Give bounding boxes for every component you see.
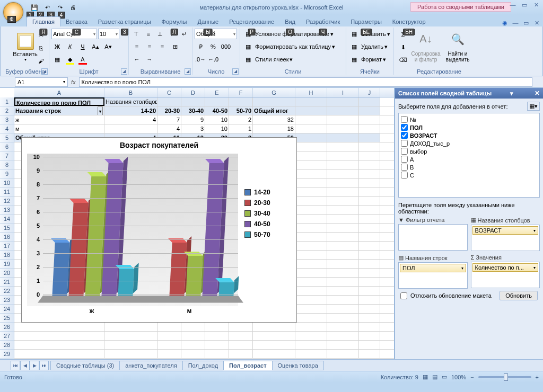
view-break-icon[interactable]: ▭ <box>442 373 447 380</box>
fx-icon[interactable]: fx <box>71 79 76 85</box>
insert-cells-icon[interactable]: ▦ <box>348 28 360 40</box>
embedded-chart[interactable]: Возраст покупателей 012345678910 жм 14-2… <box>21 137 297 323</box>
font-size-combo[interactable]: 10▾ <box>98 29 119 39</box>
sheet-tab-0[interactable]: Сводные таблицы (3) <box>50 361 120 370</box>
field-list[interactable]: №ПОЛВОЗРАСТДОХОД_тыс_рвыборABC <box>398 113 540 198</box>
cell[interactable] <box>327 133 359 142</box>
grow-font-icon[interactable]: A▴ <box>90 41 101 52</box>
row-header-2[interactable]: 2 <box>0 106 14 115</box>
col-header-J[interactable]: J <box>359 88 380 97</box>
cell[interactable] <box>359 197 380 205</box>
cell[interactable] <box>359 332 380 340</box>
cell[interactable] <box>327 197 359 205</box>
cell[interactable] <box>104 332 157 340</box>
cell[interactable] <box>327 97 359 106</box>
cell[interactable] <box>295 152 327 160</box>
row-header-14[interactable]: 14 <box>0 215 14 224</box>
percent-icon[interactable]: % <box>207 41 219 52</box>
cell[interactable] <box>14 350 104 358</box>
align-bottom-icon[interactable]: ⊥ <box>155 28 166 40</box>
cell[interactable] <box>359 296 380 304</box>
cell[interactable] <box>295 161 327 169</box>
cols-drop-zone[interactable]: ВОЗРАСТ▾ <box>471 225 540 251</box>
decrease-decimal-icon[interactable]: ←.0 <box>207 54 219 65</box>
update-button[interactable]: Обновить <box>500 291 538 300</box>
cell[interactable] <box>327 115 359 124</box>
view-normal-icon[interactable]: ▦ <box>423 373 428 380</box>
cell[interactable]: 10 <box>205 124 229 133</box>
align-right-icon[interactable]: ≡ <box>156 41 168 52</box>
cell[interactable] <box>327 251 359 259</box>
task-pane-close-icon[interactable]: ✕ <box>535 90 540 97</box>
format-painter-icon[interactable]: 🖌 <box>35 55 47 67</box>
layout-options-icon[interactable]: ▦▾ <box>527 102 540 111</box>
view-layout-icon[interactable]: ▤ <box>432 373 437 380</box>
bar-ж-14-20[interactable] <box>52 243 69 296</box>
cell[interactable] <box>295 233 327 241</box>
cell[interactable] <box>359 215 380 223</box>
field-выбор[interactable]: выбор <box>401 147 537 155</box>
cell[interactable] <box>327 215 359 223</box>
cell[interactable] <box>157 332 181 340</box>
field-A[interactable]: A <box>401 155 537 163</box>
field-ДОХОД_тыс_р[interactable]: ДОХОД_тыс_р <box>401 139 537 147</box>
increase-decimal-icon[interactable]: .0→ <box>195 54 206 65</box>
cell[interactable]: 3 <box>181 124 205 133</box>
filter-drop-zone[interactable] <box>398 224 468 251</box>
cell[interactable] <box>295 179 327 187</box>
font-color-icon[interactable]: A <box>77 54 89 65</box>
cell[interactable]: 2 <box>229 115 253 124</box>
cell[interactable] <box>359 269 380 277</box>
cell[interactable] <box>295 97 327 106</box>
cell[interactable] <box>181 350 205 358</box>
cell[interactable] <box>295 296 327 304</box>
align-middle-icon[interactable]: ≡ <box>143 28 154 40</box>
cell[interactable] <box>229 350 253 358</box>
cell[interactable] <box>14 323 104 331</box>
cell[interactable] <box>295 260 327 268</box>
rows-field-pill[interactable]: ПОЛ▾ <box>400 264 466 272</box>
cell[interactable] <box>327 314 359 322</box>
cell[interactable] <box>253 97 295 106</box>
align-dialog-icon[interactable]: ◢ <box>185 68 191 75</box>
row-header-26[interactable]: 26 <box>0 323 14 332</box>
doc-close-icon[interactable]: ✕ <box>532 19 541 26</box>
cell[interactable] <box>295 251 327 259</box>
cell[interactable] <box>295 206 327 214</box>
clear-icon[interactable]: ⌫ <box>397 54 409 66</box>
cell[interactable] <box>181 97 205 106</box>
cell[interactable] <box>253 332 295 340</box>
cell[interactable] <box>104 323 157 331</box>
zoom-in-icon[interactable]: + <box>536 374 539 380</box>
cell[interactable] <box>327 179 359 187</box>
sheet-tab-3[interactable]: Пол_возраст <box>223 361 272 370</box>
cell[interactable] <box>157 323 181 331</box>
cell[interactable] <box>295 332 327 340</box>
col-header-E[interactable]: E <box>205 88 229 97</box>
cell[interactable] <box>359 97 380 106</box>
zoom-out-icon[interactable]: − <box>470 374 474 380</box>
vals-drop-zone[interactable]: Количество по п...▾ <box>471 262 540 288</box>
maximize-icon[interactable]: ▭ <box>520 1 529 8</box>
cell[interactable] <box>327 242 359 250</box>
cell[interactable] <box>359 260 380 268</box>
cell[interactable] <box>327 260 359 268</box>
row-header-15[interactable]: 15 <box>0 224 14 233</box>
col-header-H[interactable]: H <box>295 88 327 97</box>
row-header-13[interactable]: 13 <box>0 206 14 215</box>
cell[interactable] <box>359 206 380 214</box>
font-dialog-icon[interactable]: ◢ <box>121 68 127 75</box>
currency-icon[interactable]: ₽ <box>195 41 206 52</box>
delete-cells-button[interactable]: Удалить <box>361 43 383 50</box>
number-format-combo[interactable]: Общий▾ <box>195 29 237 39</box>
cell[interactable] <box>253 350 295 358</box>
row-header-22[interactable]: 22 <box>0 287 14 296</box>
cell[interactable] <box>295 341 327 349</box>
cell[interactable] <box>359 233 380 241</box>
row-header-11[interactable]: 11 <box>0 188 14 197</box>
borders-icon[interactable]: ▦ <box>51 54 63 65</box>
cell[interactable] <box>205 97 229 106</box>
cell[interactable] <box>14 341 104 349</box>
cell[interactable] <box>205 323 229 331</box>
cell[interactable] <box>359 323 380 331</box>
